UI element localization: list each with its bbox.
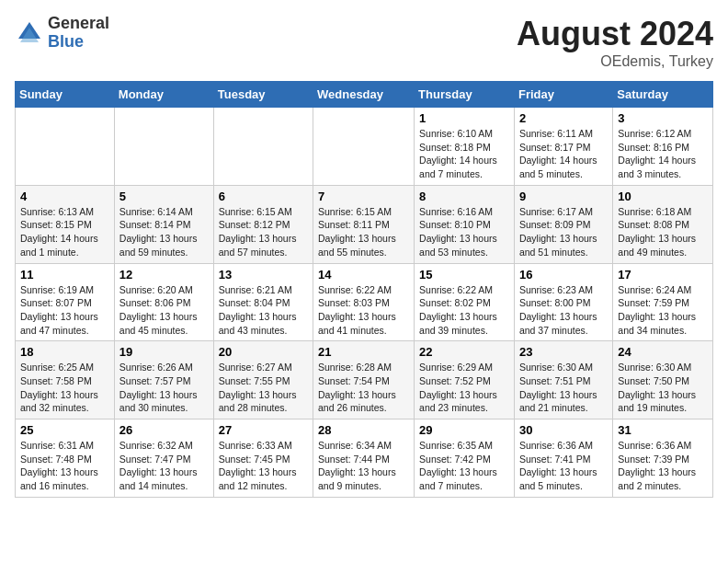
calendar-cell: 2Sunrise: 6:11 AM Sunset: 8:17 PM Daylig… [514, 108, 612, 186]
day-number: 29 [419, 423, 509, 437]
day-info: Sunrise: 6:33 AM Sunset: 7:45 PM Dayligh… [219, 439, 308, 493]
calendar-cell: 26Sunrise: 6:32 AM Sunset: 7:47 PM Dayli… [114, 419, 213, 498]
calendar-cell [114, 108, 213, 186]
day-info: Sunrise: 6:22 AM Sunset: 8:02 PM Dayligh… [419, 283, 509, 338]
calendar-cell: 5Sunrise: 6:14 AM Sunset: 8:14 PM Daylig… [114, 185, 213, 263]
calendar-cell: 22Sunrise: 6:29 AM Sunset: 7:52 PM Dayli… [415, 341, 515, 419]
calendar-cell: 23Sunrise: 6:30 AM Sunset: 7:51 PM Dayli… [514, 341, 612, 419]
day-info: Sunrise: 6:21 AM Sunset: 8:04 PM Dayligh… [219, 283, 308, 338]
day-info: Sunrise: 6:26 AM Sunset: 7:57 PM Dayligh… [119, 361, 209, 415]
calendar-cell: 6Sunrise: 6:15 AM Sunset: 8:12 PM Daylig… [213, 185, 313, 263]
page-header: General Blue August 2024 OEdemis, Turkey [15, 15, 713, 70]
calendar-cell [213, 108, 313, 186]
calendar-cell: 12Sunrise: 6:20 AM Sunset: 8:06 PM Dayli… [114, 263, 213, 341]
day-number: 27 [219, 423, 308, 437]
day-number: 31 [618, 423, 708, 437]
day-info: Sunrise: 6:16 AM Sunset: 8:10 PM Dayligh… [419, 205, 509, 259]
calendar-table: SundayMondayTuesdayWednesdayThursdayFrid… [15, 81, 713, 498]
calendar-cell: 27Sunrise: 6:33 AM Sunset: 7:45 PM Dayli… [213, 419, 313, 498]
day-number: 25 [20, 423, 109, 437]
logo-general-label: General [48, 15, 109, 33]
calendar-cell: 7Sunrise: 6:15 AM Sunset: 8:11 PM Daylig… [313, 185, 415, 263]
calendar-cell: 20Sunrise: 6:27 AM Sunset: 7:55 PM Dayli… [213, 341, 313, 419]
day-info: Sunrise: 6:15 AM Sunset: 8:12 PM Dayligh… [219, 205, 308, 259]
day-info: Sunrise: 6:29 AM Sunset: 7:52 PM Dayligh… [419, 361, 509, 415]
calendar-cell: 14Sunrise: 6:22 AM Sunset: 8:03 PM Dayli… [313, 263, 415, 341]
calendar-week-row: 4Sunrise: 6:13 AM Sunset: 8:15 PM Daylig… [16, 185, 713, 263]
day-number: 14 [318, 268, 409, 282]
title-block: August 2024 OEdemis, Turkey [517, 15, 713, 70]
day-info: Sunrise: 6:14 AM Sunset: 8:14 PM Dayligh… [119, 205, 209, 259]
day-number: 19 [119, 345, 209, 359]
day-info: Sunrise: 6:10 AM Sunset: 8:18 PM Dayligh… [419, 127, 509, 181]
day-number: 30 [519, 423, 608, 437]
day-info: Sunrise: 6:24 AM Sunset: 7:59 PM Dayligh… [618, 283, 708, 338]
day-number: 21 [318, 345, 409, 359]
day-info: Sunrise: 6:27 AM Sunset: 7:55 PM Dayligh… [219, 361, 308, 415]
day-info: Sunrise: 6:22 AM Sunset: 8:03 PM Dayligh… [318, 283, 409, 338]
day-number: 20 [219, 345, 308, 359]
day-info: Sunrise: 6:31 AM Sunset: 7:48 PM Dayligh… [20, 439, 109, 493]
calendar-cell: 21Sunrise: 6:28 AM Sunset: 7:54 PM Dayli… [313, 341, 415, 419]
calendar-week-row: 25Sunrise: 6:31 AM Sunset: 7:48 PM Dayli… [16, 419, 713, 498]
calendar-cell: 15Sunrise: 6:22 AM Sunset: 8:02 PM Dayli… [415, 263, 515, 341]
calendar-cell: 19Sunrise: 6:26 AM Sunset: 7:57 PM Dayli… [114, 341, 213, 419]
day-number: 15 [419, 268, 509, 282]
calendar-location: OEdemis, Turkey [517, 53, 713, 70]
calendar-cell: 25Sunrise: 6:31 AM Sunset: 7:48 PM Dayli… [16, 419, 115, 498]
weekday-header-tuesday: Tuesday [213, 82, 313, 108]
day-number: 23 [519, 345, 608, 359]
day-number: 26 [119, 423, 209, 437]
calendar-cell: 9Sunrise: 6:17 AM Sunset: 8:09 PM Daylig… [514, 185, 612, 263]
day-number: 1 [419, 111, 509, 125]
weekday-header-friday: Friday [514, 82, 612, 108]
calendar-cell: 29Sunrise: 6:35 AM Sunset: 7:42 PM Dayli… [415, 419, 515, 498]
day-number: 4 [20, 190, 109, 203]
day-number: 6 [219, 190, 308, 203]
day-number: 7 [318, 190, 409, 203]
logo-icon [15, 18, 44, 48]
calendar-cell: 11Sunrise: 6:19 AM Sunset: 8:07 PM Dayli… [16, 263, 115, 341]
day-number: 17 [618, 268, 708, 282]
calendar-cell: 13Sunrise: 6:21 AM Sunset: 8:04 PM Dayli… [213, 263, 313, 341]
calendar-cell: 31Sunrise: 6:36 AM Sunset: 7:39 PM Dayli… [613, 419, 713, 498]
calendar-cell: 10Sunrise: 6:18 AM Sunset: 8:08 PM Dayli… [613, 185, 713, 263]
day-info: Sunrise: 6:32 AM Sunset: 7:47 PM Dayligh… [119, 439, 209, 493]
weekday-header-row: SundayMondayTuesdayWednesdayThursdayFrid… [16, 82, 713, 108]
day-info: Sunrise: 6:12 AM Sunset: 8:16 PM Dayligh… [618, 127, 708, 181]
day-number: 11 [20, 268, 109, 282]
day-number: 18 [20, 345, 109, 359]
day-info: Sunrise: 6:13 AM Sunset: 8:15 PM Dayligh… [20, 205, 109, 259]
day-info: Sunrise: 6:36 AM Sunset: 7:41 PM Dayligh… [519, 439, 608, 493]
weekday-header-sunday: Sunday [16, 82, 115, 108]
day-info: Sunrise: 6:15 AM Sunset: 8:11 PM Dayligh… [318, 205, 409, 259]
day-info: Sunrise: 6:30 AM Sunset: 7:50 PM Dayligh… [618, 361, 708, 415]
calendar-cell: 30Sunrise: 6:36 AM Sunset: 7:41 PM Dayli… [514, 419, 612, 498]
calendar-title: August 2024 [517, 15, 713, 53]
weekday-header-thursday: Thursday [415, 82, 515, 108]
calendar-cell: 4Sunrise: 6:13 AM Sunset: 8:15 PM Daylig… [16, 185, 115, 263]
day-number: 22 [419, 345, 509, 359]
weekday-header-monday: Monday [114, 82, 213, 108]
logo: General Blue [15, 15, 109, 52]
calendar-cell: 16Sunrise: 6:23 AM Sunset: 8:00 PM Dayli… [514, 263, 612, 341]
day-number: 12 [119, 268, 209, 282]
day-number: 9 [519, 190, 608, 203]
calendar-week-row: 11Sunrise: 6:19 AM Sunset: 8:07 PM Dayli… [16, 263, 713, 341]
calendar-cell: 28Sunrise: 6:34 AM Sunset: 7:44 PM Dayli… [313, 419, 415, 498]
calendar-week-row: 18Sunrise: 6:25 AM Sunset: 7:58 PM Dayli… [16, 341, 713, 419]
day-info: Sunrise: 6:19 AM Sunset: 8:07 PM Dayligh… [20, 283, 109, 338]
weekday-header-saturday: Saturday [613, 82, 713, 108]
day-number: 2 [519, 111, 608, 125]
day-info: Sunrise: 6:18 AM Sunset: 8:08 PM Dayligh… [618, 205, 708, 259]
day-number: 8 [419, 190, 509, 203]
day-info: Sunrise: 6:17 AM Sunset: 8:09 PM Dayligh… [519, 205, 608, 259]
day-number: 28 [318, 423, 409, 437]
day-number: 3 [618, 111, 708, 125]
day-number: 16 [519, 268, 608, 282]
calendar-cell [313, 108, 415, 186]
weekday-header-wednesday: Wednesday [313, 82, 415, 108]
day-number: 5 [119, 190, 209, 203]
day-info: Sunrise: 6:34 AM Sunset: 7:44 PM Dayligh… [318, 439, 409, 493]
calendar-cell: 3Sunrise: 6:12 AM Sunset: 8:16 PM Daylig… [613, 108, 713, 186]
